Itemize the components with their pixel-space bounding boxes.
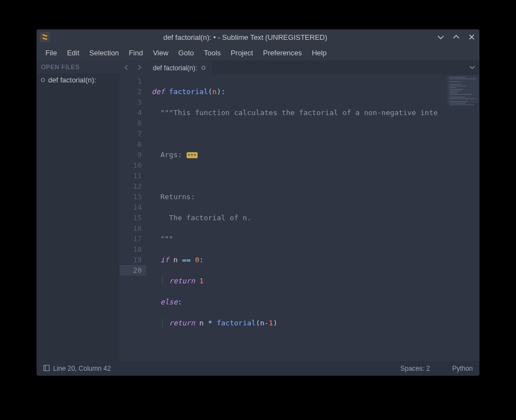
tab-active[interactable]: def factorial(n): (146, 60, 212, 75)
tab-dirty-icon (202, 66, 205, 70)
minimap-viewport[interactable] (447, 76, 478, 103)
menu-edit[interactable]: Edit (63, 46, 84, 59)
main-body: OPEN FILES def factorial(n): def factori… (37, 60, 479, 361)
minimize-button[interactable] (436, 33, 445, 42)
window-controls (436, 33, 476, 42)
status-position[interactable]: Line 20, Column 42 (53, 365, 111, 372)
sidebar: OPEN FILES def factorial(n): (37, 60, 120, 361)
titlebar: def factorial(n): • - Sublime Text (UNRE… (37, 29, 479, 45)
menu-tools[interactable]: Tools (199, 46, 225, 59)
dirty-indicator-icon (41, 78, 45, 82)
maximize-button[interactable] (452, 33, 461, 42)
open-file-item[interactable]: def factorial(n): (37, 74, 120, 86)
status-syntax[interactable]: Python (452, 365, 473, 372)
panel-switcher-icon[interactable] (43, 365, 50, 373)
menu-find[interactable]: Find (125, 46, 147, 59)
menu-file[interactable]: File (41, 46, 61, 59)
statusbar: Line 20, Column 42 Spaces: 2 Python (37, 361, 479, 376)
open-file-label: def factorial(n): (48, 76, 96, 84)
app-icon (40, 32, 50, 42)
menubar: File Edit Selection Find View Goto Tools… (37, 45, 479, 60)
menu-selection[interactable]: Selection (85, 46, 123, 59)
status-indentation[interactable]: Spaces: 2 (400, 365, 430, 372)
tab-label: def factorial(n): (153, 64, 197, 72)
tabbar: def factorial(n): (120, 60, 479, 75)
open-files-header: OPEN FILES (37, 60, 120, 74)
menu-project[interactable]: Project (226, 46, 257, 59)
tab-history-forward[interactable] (133, 60, 146, 75)
close-button[interactable] (467, 33, 476, 42)
app-window: def factorial(n): • - Sublime Text (UNRE… (37, 29, 479, 376)
menu-view[interactable]: View (148, 46, 173, 59)
editor-area[interactable]: 123467891011121314151617181920 def facto… (120, 75, 479, 361)
menu-preferences[interactable]: Preferences (259, 46, 306, 59)
fold-marker-icon[interactable]: ••• (187, 152, 198, 158)
window-title: def factorial(n): • - Sublime Text (UNRE… (54, 33, 436, 42)
menu-goto[interactable]: Goto (174, 46, 198, 59)
tab-history-back[interactable] (120, 60, 133, 75)
minimap[interactable] (446, 75, 479, 361)
code-content[interactable]: def factorial(n): """This function calcu… (146, 75, 446, 361)
editor-column: def factorial(n): 1234678910111213141516… (120, 60, 479, 361)
gutter[interactable]: 123467891011121314151617181920 (120, 75, 146, 361)
tab-dropdown[interactable] (465, 60, 479, 75)
svg-rect-0 (44, 365, 49, 371)
menu-help[interactable]: Help (307, 46, 331, 59)
